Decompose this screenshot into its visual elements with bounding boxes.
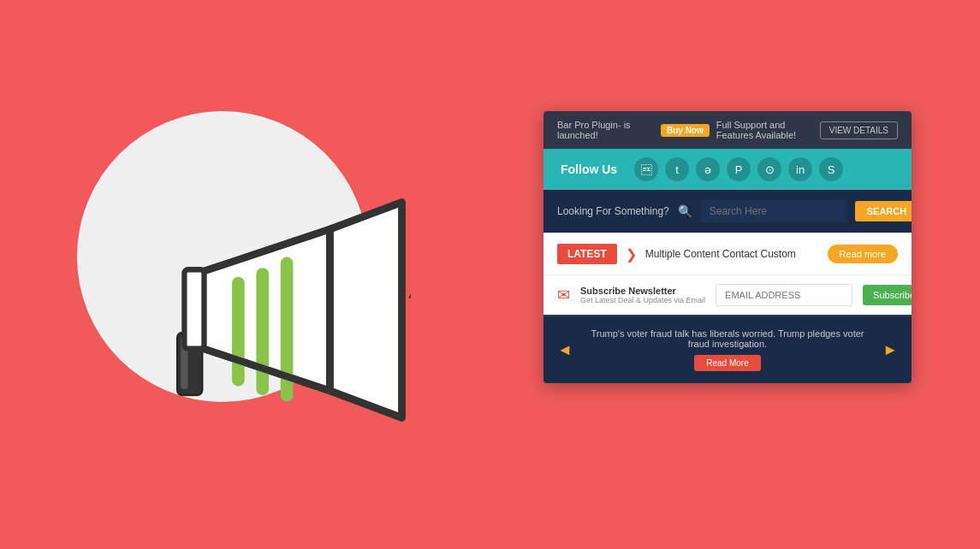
breaking-headline: Trump's voter fraud talk has liberals wo… [581, 328, 874, 349]
breaking-news-bar: ◄ Trump's voter fraud talk has liberals … [543, 315, 912, 383]
megaphone-illustration [51, 86, 411, 445]
email-input[interactable] [716, 284, 852, 306]
latest-content-text: Multiple Content Contact Custom [645, 248, 819, 260]
search-bar: Looking For Something? 🔍 SEARCH [543, 190, 912, 233]
social-icons-group:  t ə P ⊙ in S [634, 157, 843, 181]
stumbleupon-icon[interactable]: S [819, 157, 843, 181]
follow-bar: Follow Us  t ə P ⊙ in S [543, 149, 912, 190]
email-icon: ✉ [557, 286, 570, 304]
pinterest-icon[interactable]: P [727, 157, 751, 181]
newsletter-title: Subscribe Newsletter [580, 286, 705, 296]
search-label: Looking For Something? [557, 205, 669, 217]
newsletter-text-block: Subscribe Newsletter Get Latest Deal & U… [580, 286, 705, 304]
announcement-main-text: Bar Pro Plugin- is launched! [557, 120, 631, 140]
announcement-text: Bar Pro Plugin- is launched! [557, 120, 654, 140]
svg-marker-8 [330, 203, 402, 418]
view-details-button[interactable]: VIEW DETAILS [820, 121, 898, 139]
breaking-nav-right-icon[interactable]: ► [882, 341, 898, 359]
subscribe-button[interactable]: Subscribe [863, 285, 912, 305]
read-more-button[interactable]: Read more [828, 245, 898, 263]
search-icon: 🔍 [678, 204, 692, 218]
latest-arrow-icon: ❯ [626, 246, 637, 263]
latest-ticker-bar: LATEST ❯ Multiple Content Contact Custom… [543, 233, 912, 274]
breaking-read-more-button[interactable]: Read More [694, 355, 760, 371]
search-button[interactable]: SEARCH [855, 201, 912, 221]
breaking-nav-left-icon[interactable]: ◄ [557, 341, 573, 359]
linkedin-icon[interactable]: in [788, 157, 812, 181]
announcement-bar: Bar Pro Plugin- is launched! Buy Now Ful… [543, 111, 912, 149]
latest-badge: LATEST [557, 244, 617, 264]
svg-rect-7 [184, 269, 204, 348]
twitter-icon[interactable]: t [665, 157, 689, 181]
newsletter-subtitle: Get Latest Deal & Updates via Email [580, 296, 705, 304]
follow-label: Follow Us [561, 162, 617, 176]
support-text: Full Support and Features Available! [716, 120, 813, 140]
youtube-icon[interactable]: ə [696, 157, 720, 181]
buy-now-button[interactable]: Buy Now [661, 124, 710, 137]
facebook-icon[interactable]:  [634, 157, 658, 181]
newsletter-bar: ✉ Subscribe Newsletter Get Latest Deal &… [543, 274, 912, 315]
breaking-content-block: Trump's voter fraud talk has liberals wo… [581, 328, 874, 371]
flickr-icon[interactable]: ⊙ [757, 157, 781, 181]
megaphone-svg [51, 86, 411, 445]
search-input[interactable] [701, 200, 846, 222]
main-panel: Bar Pro Plugin- is launched! Buy Now Ful… [543, 111, 912, 383]
